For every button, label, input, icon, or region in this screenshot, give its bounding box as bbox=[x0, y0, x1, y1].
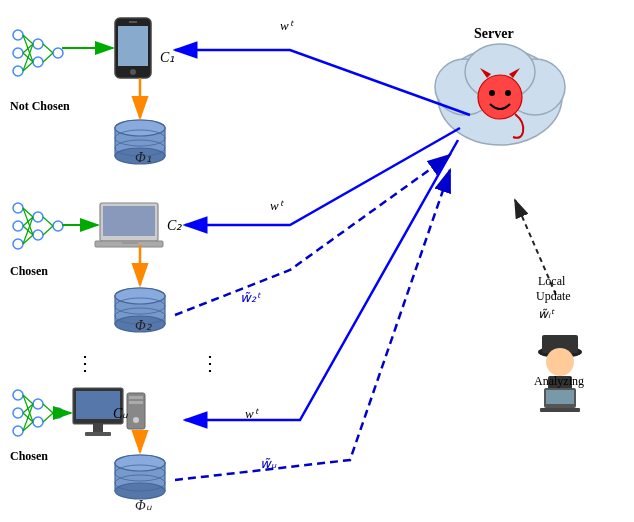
smartphone-client1 bbox=[115, 18, 151, 78]
svg-rect-91 bbox=[540, 408, 580, 412]
svg-rect-47 bbox=[103, 206, 155, 236]
dots-clients: ⋮ bbox=[75, 352, 95, 374]
label-phi2: Φ₂ bbox=[135, 318, 152, 333]
label-server: Server bbox=[474, 26, 514, 41]
label-wtilde-2: w̃₂ᵗ bbox=[240, 290, 262, 305]
label-wt-u: wᵗ bbox=[245, 406, 260, 421]
svg-rect-43 bbox=[118, 26, 148, 66]
svg-point-67 bbox=[115, 288, 165, 304]
svg-point-44 bbox=[130, 69, 136, 75]
svg-line-26 bbox=[43, 217, 53, 226]
svg-point-73 bbox=[115, 455, 165, 471]
svg-point-15 bbox=[13, 221, 23, 231]
svg-point-14 bbox=[13, 203, 23, 213]
label-wt-1: wᵗ bbox=[280, 18, 295, 33]
svg-point-29 bbox=[13, 408, 23, 418]
svg-point-0 bbox=[13, 30, 23, 40]
label-cu: Cᵤ bbox=[113, 406, 128, 421]
svg-point-16 bbox=[13, 239, 23, 249]
label-local-update2: Update bbox=[536, 289, 571, 303]
svg-line-13 bbox=[43, 53, 53, 62]
neural-net-2 bbox=[13, 203, 63, 249]
svg-point-5 bbox=[53, 48, 63, 58]
label-not-chosen: Not Chosen bbox=[10, 99, 70, 113]
label-c2: C₂ bbox=[167, 218, 182, 233]
svg-line-41 bbox=[43, 413, 53, 422]
svg-point-81 bbox=[489, 90, 495, 96]
svg-rect-52 bbox=[93, 424, 103, 432]
svg-line-27 bbox=[43, 226, 53, 235]
svg-point-3 bbox=[33, 39, 43, 49]
label-phiU: Φᵤ bbox=[135, 498, 152, 513]
label-analyzing: Analyzing bbox=[534, 374, 584, 388]
svg-point-82 bbox=[505, 90, 511, 96]
svg-point-33 bbox=[53, 408, 63, 418]
svg-point-32 bbox=[33, 417, 43, 427]
svg-point-57 bbox=[133, 417, 139, 423]
svg-rect-90 bbox=[546, 390, 574, 404]
desktop-clientU bbox=[73, 388, 145, 436]
svg-line-40 bbox=[43, 404, 53, 413]
svg-point-17 bbox=[33, 212, 43, 222]
label-wt-2: wᵗ bbox=[270, 198, 285, 213]
svg-point-2 bbox=[13, 66, 23, 76]
neural-net-u bbox=[13, 390, 63, 436]
svg-line-12 bbox=[43, 44, 53, 53]
database-U bbox=[115, 455, 165, 499]
svg-point-61 bbox=[115, 120, 165, 136]
label-c1: C₁ bbox=[160, 50, 175, 65]
svg-point-80 bbox=[478, 75, 522, 119]
svg-point-87 bbox=[546, 348, 574, 376]
diagram-canvas: C₁ C₂ Cᵤ Φ₁ Φ₂ Φᵤ Not Chosen Chosen Chos… bbox=[0, 0, 634, 522]
arrow-server-to-c1 bbox=[175, 50, 470, 115]
neural-net-1 bbox=[13, 30, 63, 76]
svg-point-28 bbox=[13, 390, 23, 400]
svg-rect-53 bbox=[85, 432, 111, 436]
svg-rect-56 bbox=[129, 401, 143, 404]
dots-arrows: ⋮ bbox=[200, 352, 220, 374]
federated-learning-diagram: C₁ C₂ Cᵤ Φ₁ Φ₂ Φᵤ Not Chosen Chosen Chos… bbox=[0, 0, 634, 522]
label-wi-tilde: w̃ᵢᵗ bbox=[538, 307, 555, 321]
svg-point-31 bbox=[33, 399, 43, 409]
label-phi1: Φ₁ bbox=[135, 150, 152, 165]
svg-rect-55 bbox=[129, 396, 143, 399]
label-chosen-2: Chosen bbox=[10, 264, 48, 278]
svg-point-4 bbox=[33, 57, 43, 67]
arrow-server-to-cu bbox=[185, 140, 458, 420]
label-chosen-u: Chosen bbox=[10, 449, 48, 463]
svg-point-18 bbox=[33, 230, 43, 240]
svg-point-19 bbox=[53, 221, 63, 231]
svg-point-1 bbox=[13, 48, 23, 58]
label-wtilde-u: w̃ᵤ bbox=[260, 456, 277, 471]
svg-point-30 bbox=[13, 426, 23, 436]
arrow-cu-to-server bbox=[175, 170, 450, 480]
laptop-client2 bbox=[95, 203, 163, 247]
svg-rect-49 bbox=[122, 241, 138, 244]
label-local-update: Local bbox=[538, 274, 566, 288]
